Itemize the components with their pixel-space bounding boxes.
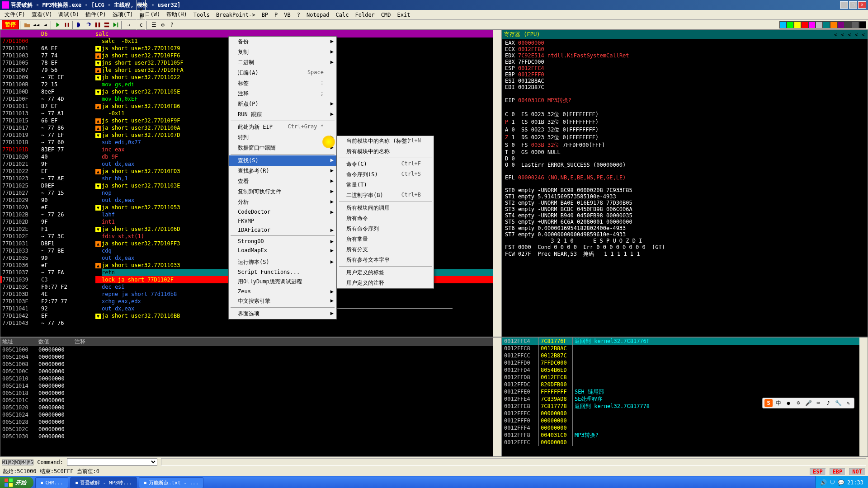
- cpu-scrollbar[interactable]: [493, 30, 501, 337]
- context-menu-item[interactable]: 命令(C)Ctrl+F: [337, 159, 434, 169]
- dump-row[interactable]: 005C101400000000: [0, 382, 501, 389]
- color-button[interactable]: [830, 21, 837, 28]
- menu-item[interactable]: 选项(T): [110, 10, 136, 19]
- dump-row[interactable]: 005C102000000000: [0, 404, 501, 411]
- stepinto-icon[interactable]: [75, 21, 84, 29]
- context-menu-item[interactable]: 当前模块中的名称 (标签)Ctrl+N: [337, 136, 434, 146]
- color-button[interactable]: [787, 21, 794, 28]
- stack-row[interactable]: 0012FFD80012FFC8: [502, 374, 868, 381]
- start-button[interactable]: 开始: [0, 477, 33, 488]
- help-icon[interactable]: ?: [167, 21, 176, 29]
- ime-button[interactable]: 🎤: [804, 399, 812, 407]
- context-menu-item[interactable]: 所有模块中的名称: [337, 146, 434, 157]
- open-icon[interactable]: [23, 21, 32, 29]
- register-line[interactable]: [505, 168, 865, 174]
- context-menu-item[interactable]: 所有参考文本字串: [337, 255, 434, 265]
- register-line[interactable]: A 0 SS 0023 32位 0(FFFFFFFF): [505, 126, 865, 134]
- play-back-icon[interactable]: ◄: [41, 21, 50, 29]
- context-menu-item[interactable]: StrongOD▶: [229, 237, 336, 246]
- ime-toolbar[interactable]: S中●☺🎤⌨♪🔧✎: [762, 398, 854, 408]
- stepover-icon[interactable]: [84, 21, 93, 29]
- ime-button[interactable]: ✎: [844, 399, 852, 407]
- context-menu-item[interactable]: 二进制字串(B)Ctrl+B: [337, 190, 434, 201]
- stack-row[interactable]: 0012FFF8004031C0MP3转换?: [502, 432, 868, 439]
- context-menu-item[interactable]: LoadMapEx▶: [229, 246, 336, 255]
- goto-icon[interactable]: →: [124, 21, 133, 29]
- register-line[interactable]: EFL 00000246 (NO,NB,E,BE,NS,PE,GE,LE): [505, 174, 865, 181]
- tray-icon[interactable]: 🔊: [820, 479, 827, 486]
- trace-over-icon[interactable]: [102, 21, 111, 29]
- window-letter-button[interactable]: c: [137, 21, 146, 29]
- trace-icon[interactable]: [93, 21, 102, 29]
- context-menu-item[interactable]: 所有模块间的调用: [337, 203, 434, 213]
- window-letter-button[interactable]: w: [137, 5, 146, 13]
- stack-row[interactable]: 0012FFFC00000000: [502, 439, 868, 446]
- system-tray[interactable]: 🔊 🛡 💬 21:33: [815, 476, 868, 488]
- runto-icon[interactable]: [111, 21, 120, 29]
- hex-dump-pane[interactable]: 地址 数值 注释 005C100000000000005C10040000000…: [0, 337, 502, 457]
- window-letter-button[interactable]: t: [137, 0, 146, 5]
- context-menu-item[interactable]: 用户定义的注释: [337, 278, 434, 288]
- context-menu-item[interactable]: 查看▶: [229, 176, 336, 187]
- reg-nav-left4[interactable]: <: [854, 32, 859, 38]
- context-menu-item[interactable]: 复制▶: [229, 47, 336, 57]
- taskbar-item[interactable]: ▪CHM...: [35, 477, 68, 488]
- register-line[interactable]: ESP 0012FFC4: [505, 65, 865, 71]
- dump-row[interactable]: 005C102800000000: [0, 418, 501, 426]
- ime-button[interactable]: ♪: [824, 399, 832, 407]
- context-menu-item[interactable]: 所有分支: [337, 244, 434, 255]
- menu-item[interactable]: Notepad: [304, 11, 332, 19]
- menu-item[interactable]: 调试(D): [56, 10, 82, 19]
- taskbar-item[interactable]: ▪吾爱破解 - MP3转...: [70, 477, 137, 488]
- dump-row[interactable]: 005C101800000000: [0, 389, 501, 397]
- stack-row[interactable]: 0012FFEC00000000: [502, 410, 868, 417]
- register-line[interactable]: ST4 empty -UNORM B940 0450FB98 00000035: [505, 212, 865, 219]
- dump-row[interactable]: 005C102400000000: [0, 411, 501, 418]
- context-menu-item[interactable]: 标签:: [229, 78, 336, 89]
- tray-clock[interactable]: 21:33: [847, 479, 863, 486]
- color-button[interactable]: [801, 21, 808, 28]
- dump-row[interactable]: 005C100400000000: [0, 353, 501, 361]
- context-menu-item[interactable]: 所有命令: [337, 213, 434, 224]
- context-menu-item[interactable]: 分析▶: [229, 197, 336, 207]
- memory-slot-button[interactable]: M2: [8, 460, 14, 465]
- menu-item[interactable]: 帮助(H): [164, 10, 190, 19]
- play-icon[interactable]: [53, 21, 62, 29]
- context-menu-item[interactable]: 数据窗口中跟随▶: [229, 143, 336, 153]
- dump-row[interactable]: 005C101C00000000: [0, 397, 501, 404]
- register-line[interactable]: ST0 empty -UNORM BC98 00000208 7C933F85: [505, 187, 865, 193]
- menu-item[interactable]: BreakPoint->: [213, 11, 258, 19]
- context-menu-item[interactable]: 界面选项▶: [229, 309, 336, 319]
- register-line[interactable]: EDX 7C92E514 ntdll.KiFastSystemCallRet: [505, 52, 865, 59]
- pause-icon[interactable]: [62, 21, 71, 29]
- dump-row[interactable]: 005C103000000000: [0, 433, 501, 440]
- menu-item[interactable]: ?: [294, 11, 303, 19]
- menu-item[interactable]: 文件(F): [2, 10, 28, 19]
- registers-pane[interactable]: 寄存器 (FPU) < < < < < EAX 00000000ECX 0012…: [502, 30, 868, 337]
- color-button[interactable]: [823, 21, 830, 28]
- menu-item[interactable]: Exit: [395, 11, 413, 19]
- stack-row[interactable]: 0012FFD07FFDC000: [502, 359, 868, 366]
- color-button[interactable]: [844, 21, 852, 28]
- stack-scrollbar[interactable]: [859, 338, 868, 456]
- stack-row[interactable]: 0012FFC80012B8AC: [502, 345, 868, 352]
- stack-row[interactable]: 0012FFD48054B6ED: [502, 366, 868, 374]
- context-menu-item[interactable]: 备份▶: [229, 37, 336, 47]
- command-input[interactable]: [67, 458, 157, 466]
- memory-slot-button[interactable]: M1: [2, 460, 8, 465]
- settings-icon[interactable]: ⚙: [158, 21, 167, 29]
- dump-scrollbar[interactable]: [493, 338, 501, 456]
- list-icon[interactable]: ☰: [149, 21, 158, 29]
- context-menu-item[interactable]: 用OllyDump脱壳调试进程: [229, 277, 336, 287]
- menu-item[interactable]: P: [272, 11, 280, 19]
- register-line[interactable]: ST5 empty +UNORM 6C6A 02080001 00000000: [505, 219, 865, 225]
- menu-item[interactable]: Tools: [191, 11, 212, 19]
- dump-row[interactable]: 005C100C00000000: [0, 368, 501, 375]
- menu-item[interactable]: 查看(V): [29, 10, 55, 19]
- ime-button[interactable]: ●: [784, 399, 793, 407]
- context-menu-item[interactable]: 复制到可执行文件▶: [229, 187, 336, 197]
- color-button[interactable]: [794, 21, 801, 28]
- stack-row[interactable]: 0012FFF400000000: [502, 424, 868, 432]
- context-menu-item[interactable]: 命令序列(S)Ctrl+S: [337, 169, 434, 180]
- dump-row[interactable]: 005C102C00000000: [0, 426, 501, 433]
